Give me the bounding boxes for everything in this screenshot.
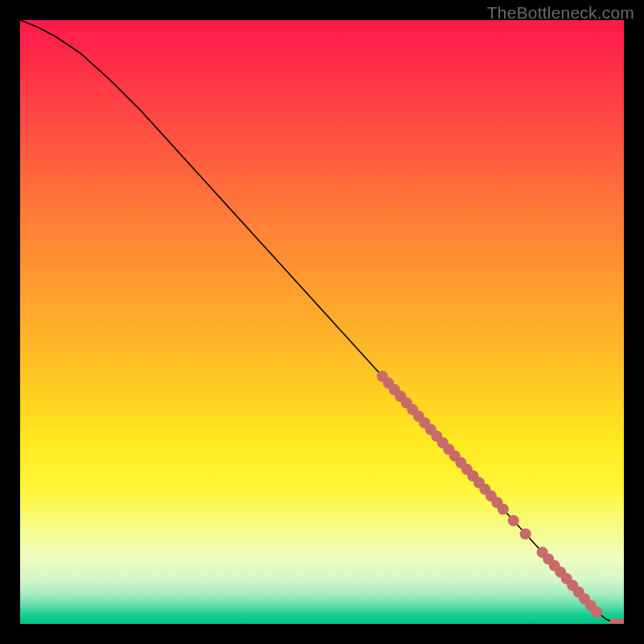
scatter-point: [591, 606, 602, 617]
main-curve-line: [20, 20, 624, 623]
curve-path: [20, 20, 624, 623]
highlight-scatter: [377, 371, 624, 625]
chart-svg: [20, 20, 624, 624]
chart-stage: TheBottleneck.com: [0, 0, 644, 644]
plot-area: [20, 20, 624, 624]
scatter-point: [497, 504, 509, 515]
watermark-label: TheBottleneck.com: [487, 3, 634, 23]
scatter-point: [508, 515, 519, 526]
scatter-point: [520, 528, 531, 539]
